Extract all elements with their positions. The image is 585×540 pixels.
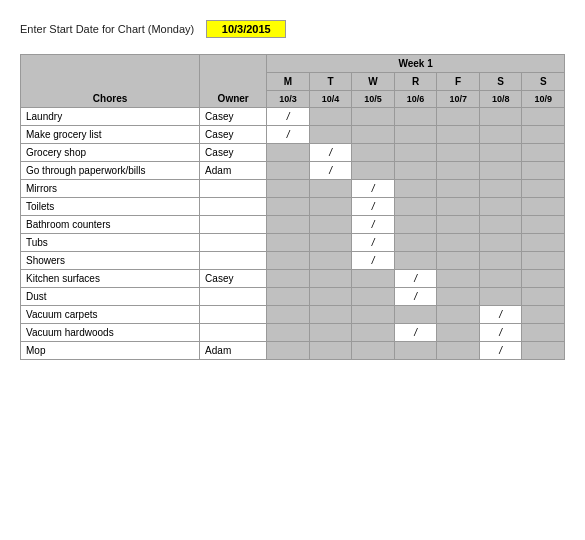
day-cell[interactable] [267,306,310,324]
day-cell[interactable] [394,144,437,162]
day-cell[interactable] [437,252,480,270]
day-cell[interactable] [309,198,352,216]
day-cell[interactable] [479,216,522,234]
day-cell[interactable] [522,288,565,306]
day-cell[interactable]: / [267,108,310,126]
day-cell[interactable] [352,144,395,162]
day-cell[interactable] [522,126,565,144]
day-cell[interactable] [309,216,352,234]
day-cell[interactable] [394,234,437,252]
day-cell[interactable]: / [394,270,437,288]
day-cell[interactable]: / [309,144,352,162]
day-cell[interactable] [394,180,437,198]
day-cell[interactable] [479,288,522,306]
day-cell[interactable] [479,252,522,270]
day-cell[interactable] [437,108,480,126]
day-cell[interactable] [522,144,565,162]
day-cell[interactable] [522,162,565,180]
day-cell[interactable]: / [479,306,522,324]
day-cell[interactable] [394,306,437,324]
day-cell[interactable] [394,162,437,180]
day-cell[interactable] [522,180,565,198]
day-cell[interactable] [437,324,480,342]
day-cell[interactable] [437,144,480,162]
day-cell[interactable] [394,198,437,216]
day-cell[interactable] [479,126,522,144]
day-cell[interactable] [394,126,437,144]
day-cell[interactable] [437,216,480,234]
day-cell[interactable] [522,270,565,288]
day-cell[interactable]: / [479,324,522,342]
day-cell[interactable] [522,342,565,360]
day-cell[interactable] [522,198,565,216]
day-cell[interactable] [267,252,310,270]
day-cell[interactable] [267,144,310,162]
day-cell[interactable] [479,234,522,252]
day-cell[interactable] [267,288,310,306]
day-cell[interactable] [309,270,352,288]
day-cell[interactable] [352,108,395,126]
day-cell[interactable] [352,306,395,324]
day-cell[interactable]: / [352,180,395,198]
day-cell[interactable] [437,162,480,180]
day-cell[interactable] [479,198,522,216]
day-cell[interactable] [267,162,310,180]
day-cell[interactable] [309,108,352,126]
day-cell[interactable] [437,342,480,360]
day-cell[interactable] [522,216,565,234]
day-cell[interactable] [522,234,565,252]
day-cell[interactable]: / [352,216,395,234]
day-cell[interactable] [267,234,310,252]
day-cell[interactable] [394,252,437,270]
day-cell[interactable]: / [267,126,310,144]
day-cell[interactable]: / [394,324,437,342]
day-cell[interactable] [522,324,565,342]
day-cell[interactable] [522,108,565,126]
day-cell[interactable] [437,288,480,306]
day-cell[interactable] [479,180,522,198]
day-cell[interactable] [267,324,310,342]
day-cell[interactable] [437,306,480,324]
day-cell[interactable] [267,342,310,360]
day-cell[interactable] [309,342,352,360]
day-cell[interactable]: / [479,342,522,360]
day-cell[interactable] [479,162,522,180]
day-cell[interactable] [267,270,310,288]
day-cell[interactable]: / [352,234,395,252]
day-cell[interactable] [352,324,395,342]
day-cell[interactable] [352,288,395,306]
day-cell[interactable] [394,342,437,360]
day-cell[interactable] [309,180,352,198]
day-cell[interactable] [522,306,565,324]
day-cell[interactable] [309,324,352,342]
day-cell[interactable] [309,234,352,252]
day-cell[interactable] [437,180,480,198]
day-cell[interactable] [437,270,480,288]
day-cell[interactable]: / [394,288,437,306]
day-cell[interactable] [479,270,522,288]
day-cell[interactable] [479,144,522,162]
day-cell[interactable] [479,108,522,126]
day-cell[interactable] [437,126,480,144]
day-cell[interactable]: / [352,252,395,270]
day-cell[interactable] [309,306,352,324]
day-cell[interactable]: / [309,162,352,180]
day-cell[interactable] [267,180,310,198]
day-cell[interactable] [437,234,480,252]
day-cell[interactable] [394,108,437,126]
day-cell[interactable] [352,162,395,180]
day-cell[interactable] [267,216,310,234]
day-cell[interactable] [309,252,352,270]
day-cell[interactable] [352,270,395,288]
day-cell[interactable] [352,126,395,144]
day-cell[interactable] [394,216,437,234]
start-date-display[interactable]: 10/3/2015 [206,20,286,38]
day-cell[interactable] [267,198,310,216]
day-cell[interactable] [352,342,395,360]
day-cell[interactable] [437,198,480,216]
day-cell[interactable] [309,126,352,144]
day-cell[interactable] [309,288,352,306]
day-cell[interactable] [522,252,565,270]
col-header-date-0: 10/3 [267,91,310,108]
day-cell[interactable]: / [352,198,395,216]
